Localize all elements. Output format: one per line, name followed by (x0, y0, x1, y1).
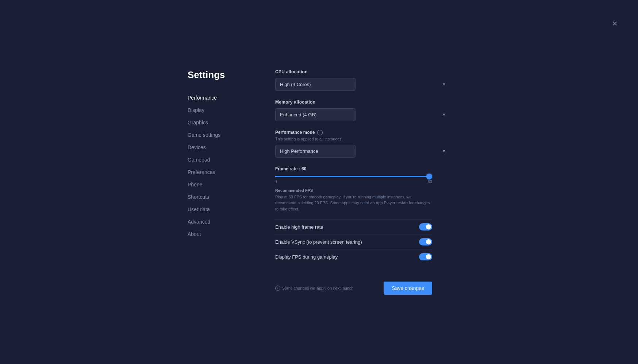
slider-max-label: 60 (428, 179, 432, 184)
sidebar-item-shortcuts[interactable]: Shortcuts (188, 191, 261, 203)
performance-mode-select[interactable]: Battery SavingBalancedHigh PerformanceCu… (275, 145, 355, 158)
sidebar-nav: PerformanceDisplayGraphicsGame settingsD… (188, 92, 261, 240)
toggle-label-high-frame-rate: Enable high frame rate (275, 224, 323, 230)
cpu-allocation-wrapper: Low (1 Core)Medium (2 Cores)High (4 Core… (275, 78, 450, 91)
performance-mode-info-icon[interactable]: i (317, 130, 323, 135)
toggle-row-display-fps: Display FPS during gameplay (275, 249, 432, 264)
cpu-allocation-label: CPU allocation (275, 69, 450, 74)
toggle-slider-display-fps (419, 253, 432, 260)
toggle-slider-high-frame-rate (419, 223, 432, 231)
sidebar-item-devices[interactable]: Devices (188, 141, 261, 154)
frame-rate-section: Frame rate : 60 1 60 Recommended FPS Pla… (275, 166, 450, 212)
sidebar-item-performance[interactable]: Performance (188, 92, 261, 104)
sidebar-item-about[interactable]: About (188, 228, 261, 240)
sidebar: Settings PerformanceDisplayGraphicsGame … (188, 69, 261, 295)
sidebar-item-display[interactable]: Display (188, 104, 261, 116)
performance-mode-wrapper: Battery SavingBalancedHigh PerformanceCu… (275, 145, 450, 158)
recommended-fps: Recommended FPS Play at 60 FPS for smoot… (275, 188, 450, 212)
performance-mode-hint: This setting is applied to all instances… (275, 137, 450, 141)
performance-mode-label: Performance mode (275, 130, 315, 135)
slider-min-label: 1 (275, 179, 277, 184)
sidebar-item-graphics[interactable]: Graphics (188, 116, 261, 129)
memory-select-arrow: ▼ (442, 112, 446, 117)
toggle-vsync[interactable] (419, 238, 432, 245)
sidebar-item-game-settings[interactable]: Game settings (188, 129, 261, 141)
cpu-select-arrow: ▼ (442, 82, 446, 86)
sidebar-item-user-data[interactable]: User data (188, 203, 261, 216)
frame-rate-slider-wrapper (275, 176, 450, 177)
frame-rate-slider[interactable] (275, 176, 432, 177)
toggle-label-vsync: Enable VSync (to prevent screen tearing) (275, 239, 362, 245)
frame-rate-label: Frame rate : 60 (275, 166, 450, 171)
settings-container: Settings PerformanceDisplayGraphicsGame … (188, 58, 450, 306)
footer: i Some changes will apply on next launch… (275, 274, 432, 295)
sidebar-item-advanced[interactable]: Advanced (188, 216, 261, 228)
toggle-high-frame-rate[interactable] (419, 223, 432, 231)
footer-note-text: Some changes will apply on next launch (282, 286, 354, 290)
memory-allocation-wrapper: Low (1 GB)Medium (2 GB)High (3 GB)Enhanc… (275, 108, 450, 121)
toggles-section: Enable high frame rateEnable VSync (to p… (275, 219, 450, 264)
toggle-label-display-fps: Display FPS during gameplay (275, 254, 338, 260)
sidebar-item-phone[interactable]: Phone (188, 178, 261, 191)
toggle-display-fps[interactable] (419, 253, 432, 260)
performance-mode-header: Performance mode i (275, 130, 450, 135)
recommended-fps-title: Recommended FPS (275, 188, 450, 193)
footer-note: i Some changes will apply on next launch (275, 286, 354, 291)
toggle-row-vsync: Enable VSync (to prevent screen tearing) (275, 234, 432, 249)
footer-info-icon: i (275, 286, 280, 291)
recommended-fps-text: Play at 60 FPS for smooth gameplay. If y… (275, 194, 432, 212)
toggle-slider-vsync (419, 238, 432, 245)
save-button[interactable]: Save changes (384, 282, 432, 295)
main-content: CPU allocation Low (1 Core)Medium (2 Cor… (261, 69, 450, 295)
perf-select-arrow: ▼ (442, 149, 446, 153)
toggle-row-high-frame-rate: Enable high frame rate (275, 219, 432, 234)
memory-allocation-select[interactable]: Low (1 GB)Medium (2 GB)High (3 GB)Enhanc… (275, 108, 355, 121)
sidebar-item-gamepad[interactable]: Gamepad (188, 154, 261, 166)
settings-title: Settings (188, 69, 261, 81)
memory-allocation-label: Memory allocation (275, 100, 450, 105)
cpu-allocation-select[interactable]: Low (1 Core)Medium (2 Cores)High (4 Core… (275, 78, 355, 91)
close-button[interactable]: ✕ (611, 19, 619, 28)
slider-labels: 1 60 (275, 179, 432, 184)
sidebar-item-preferences[interactable]: Preferences (188, 166, 261, 178)
